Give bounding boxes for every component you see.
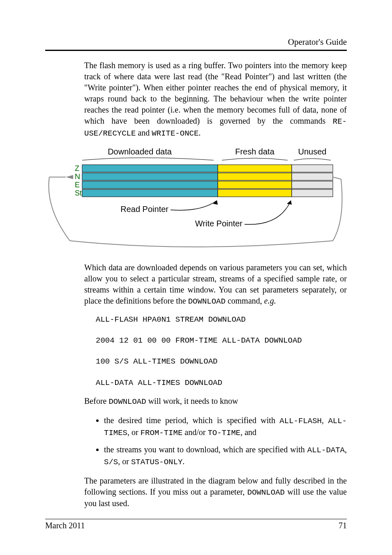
paragraph-download-params: Which data are downloaded depends on var… [84,262,347,307]
svg-rect-1 [218,165,292,172]
code-line: ALL-DATA ALL-TIMES DOWNLOAD [96,378,222,387]
cmd-download: DOWNLOAD [108,397,146,406]
bullet-list: the desired time period, which is specif… [84,415,347,468]
cmd-download: DOWNLOAD [188,297,226,306]
svg-rect-10 [218,189,292,197]
cmd-to-time: TO-TIME [208,428,240,438]
page: Operator's Guide The flash memory is use… [0,0,392,555]
text: and/or [182,428,208,437]
code-line: 2004 12 01 00 00 FROM-TIME ALL-DATA DOWN… [96,336,302,345]
label-fresh: Fresh data [235,147,274,156]
svg-marker-12 [66,175,73,179]
label-unused: Unused [298,147,327,156]
text: will work, it needs to know [146,396,238,405]
svg-marker-16 [287,200,292,205]
row-label-e: E [75,181,80,189]
code-examples: ALL-FLASH HPA0N1 STREAM DOWNLOAD 2004 12… [96,315,347,388]
footer-page-number: 71 [339,521,347,530]
svg-rect-9 [82,189,218,197]
svg-rect-6 [82,181,218,189]
text: The flash memory is used as a ring buffe… [84,61,347,125]
cmd-write-once: WRITE-ONCE [152,129,198,138]
svg-rect-11 [292,189,333,197]
cmd-status-only: STATUS-ONLY [131,458,182,467]
text: and [136,128,152,137]
svg-rect-5 [292,173,333,180]
svg-rect-4 [218,173,292,180]
text-eg: e.g. [264,296,276,305]
label-write-pointer: Write Pointer [195,219,243,228]
text: Before [84,396,108,405]
text: command, [226,296,264,305]
cmd-all-flash: ALL-FLASH [279,417,322,426]
text: the streams you want to download, which … [104,445,307,454]
text: . [198,128,201,137]
text: , or [127,428,141,437]
cmd-all-data: ALL-DATA [307,446,345,455]
label-downloaded: Downloaded data [108,147,172,156]
paragraph-params-illustrated: The parameters are illustrated in the di… [84,475,347,509]
cmd-from-time: FROM-TIME [141,428,183,438]
svg-rect-8 [292,181,333,189]
text: , [345,445,347,454]
svg-rect-3 [82,173,218,180]
header-title: Operator's Guide [45,37,347,47]
footer: March 2011 71 [45,519,347,530]
text: , [322,416,328,425]
footer-rule [45,519,347,519]
label-read-pointer: Read Pointer [120,205,168,214]
text: the desired time period, which is specif… [104,416,279,425]
code-line: ALL-FLASH HPA0N1 STREAM DOWNLOAD [96,315,246,324]
row-label-z: Z [75,164,79,173]
cmd-download: DOWNLOAD [247,488,285,497]
footer-date: March 2011 [45,521,85,530]
paragraph-ring-buffer: The flash memory is used as a ring buffe… [84,60,347,139]
code-line: 100 S/S ALL-TIMES DOWNLOAD [96,357,217,366]
ring-buffer-diagram: Downloaded data Fresh data Unused Z N [45,146,347,253]
text: , or [118,457,131,466]
bullet-time-period: the desired time period, which is specif… [104,415,347,438]
text: , and [240,428,256,437]
bullet-streams: the streams you want to download, which … [104,444,347,467]
svg-rect-7 [218,181,292,189]
header-rule [45,50,347,51]
content-column: The flash memory is used as a ring buffe… [84,60,347,509]
text: . [182,457,184,466]
svg-rect-0 [82,165,218,172]
row-label-n: N [75,173,80,181]
cmd-s-s: S/S [104,458,118,467]
svg-rect-2 [292,165,333,172]
paragraph-download-needs: Before DOWNLOAD will work, it needs to k… [84,396,347,408]
svg-line-14 [333,177,341,179]
